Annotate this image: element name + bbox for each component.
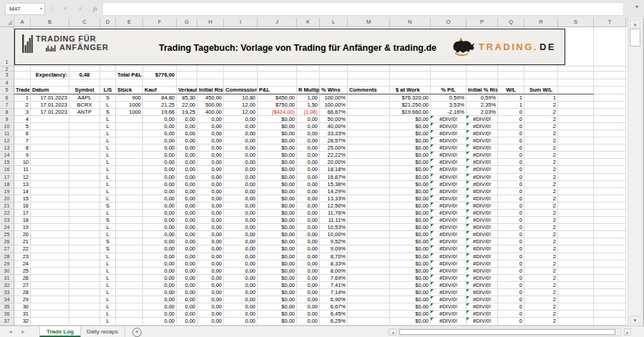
cell[interactable]: [31, 202, 69, 210]
cell[interactable]: S: [100, 245, 116, 253]
cell[interactable]: 0: [498, 296, 525, 303]
cell[interactable]: 30: [14, 303, 31, 311]
cell[interactable]: 450,00: [197, 94, 224, 102]
cell[interactable]: [348, 152, 390, 159]
column-header-L[interactable]: L: [320, 18, 348, 27]
next-sheet-arrow-icon[interactable]: ►: [21, 326, 26, 337]
cell[interactable]: L: [100, 311, 116, 318]
cell[interactable]: [69, 210, 100, 217]
cell[interactable]: 0,00: [143, 195, 177, 202]
cell[interactable]: [594, 109, 626, 116]
cell[interactable]: L: [100, 224, 116, 231]
cell[interactable]: [258, 79, 297, 87]
cell[interactable]: BCRX: [69, 102, 100, 109]
cell[interactable]: $0,00: [390, 268, 431, 275]
cell[interactable]: 1: [498, 94, 525, 102]
row-number[interactable]: 1: [0, 27, 14, 67]
cell[interactable]: $0,00: [390, 318, 431, 325]
cell[interactable]: 0,00: [197, 275, 224, 282]
table-column-header[interactable]: Comments: [348, 87, 390, 94]
cell[interactable]: 2: [525, 137, 558, 145]
cell[interactable]: 0,00: [297, 268, 320, 275]
cell[interactable]: 0,00: [224, 166, 258, 173]
cell[interactable]: 0: [498, 282, 525, 289]
cell[interactable]: 33,33%: [320, 130, 348, 137]
cell[interactable]: [116, 318, 143, 325]
cell[interactable]: 0: [498, 245, 525, 253]
cell[interactable]: [116, 202, 143, 210]
cell[interactable]: [69, 195, 100, 202]
cell[interactable]: [348, 245, 390, 253]
cell[interactable]: 0,00: [224, 260, 258, 268]
row-number[interactable]: 22: [0, 210, 14, 217]
cell[interactable]: L: [100, 210, 116, 217]
column-header-C[interactable]: C: [69, 18, 100, 27]
cell[interactable]: [100, 67, 116, 72]
cell[interactable]: 0,00: [197, 245, 224, 253]
cell[interactable]: 50,00%: [320, 116, 348, 123]
cell[interactable]: L: [100, 268, 116, 275]
cell[interactable]: 0,00: [143, 245, 177, 253]
cell[interactable]: 0,00: [197, 181, 224, 188]
cell[interactable]: 11,76%: [320, 210, 348, 217]
cell[interactable]: 2: [525, 181, 558, 188]
cell[interactable]: 0: [498, 217, 525, 224]
cell[interactable]: 2: [525, 109, 558, 116]
cell[interactable]: 0,00: [177, 217, 197, 224]
cell[interactable]: 0,00: [177, 245, 197, 253]
cell[interactable]: 0,00: [143, 275, 177, 282]
cell[interactable]: $0,00: [390, 224, 431, 231]
cell[interactable]: 0: [498, 275, 525, 282]
cell[interactable]: [116, 123, 143, 130]
cell[interactable]: 0,00: [224, 210, 258, 217]
cell[interactable]: 7,41%: [320, 282, 348, 289]
row-number[interactable]: 6: [0, 94, 14, 102]
cell[interactable]: [116, 282, 143, 289]
cell[interactable]: #DIV/0!: [467, 253, 498, 260]
cell[interactable]: 0,00: [297, 282, 320, 289]
cell[interactable]: #DIV/0!: [431, 202, 467, 210]
cell[interactable]: #DIV/0!: [467, 275, 498, 282]
cell[interactable]: 100,00%: [320, 102, 348, 109]
cell[interactable]: [69, 181, 100, 188]
cell[interactable]: [320, 67, 348, 72]
cell[interactable]: S: [100, 109, 116, 116]
cell[interactable]: [558, 137, 594, 145]
cell[interactable]: [143, 67, 177, 72]
cell[interactable]: 0,00: [297, 181, 320, 188]
cell[interactable]: [348, 202, 390, 210]
cell[interactable]: [348, 67, 390, 72]
column-header-J[interactable]: J: [258, 18, 297, 27]
cell[interactable]: [594, 245, 626, 253]
cell[interactable]: 2: [525, 268, 558, 275]
cell[interactable]: $0,00: [390, 116, 431, 123]
cell[interactable]: 0: [498, 123, 525, 130]
cell[interactable]: [558, 245, 594, 253]
cell[interactable]: #DIV/0!: [467, 202, 498, 210]
cell[interactable]: 0,00: [224, 253, 258, 260]
cell[interactable]: L: [100, 137, 116, 145]
cell[interactable]: 21,25: [143, 102, 177, 109]
row-number[interactable]: 7: [0, 102, 14, 109]
cell[interactable]: [348, 188, 390, 195]
horizontal-scrollbar-thumb[interactable]: [399, 329, 615, 335]
cell[interactable]: #DIV/0!: [431, 245, 467, 253]
cell[interactable]: [594, 303, 626, 311]
cell[interactable]: [31, 79, 69, 87]
cell[interactable]: 0,00: [197, 174, 224, 181]
cell[interactable]: 10,53%: [320, 224, 348, 231]
cell[interactable]: 1000: [116, 109, 143, 116]
table-column-header[interactable]: Initial Risk: [197, 87, 224, 94]
cell[interactable]: $0,00: [390, 210, 431, 217]
cell[interactable]: 0,00: [143, 181, 177, 188]
cell[interactable]: 0,00: [224, 311, 258, 318]
tab-trade-log[interactable]: Trade Log: [39, 326, 81, 337]
cell[interactable]: 2: [525, 174, 558, 181]
cell[interactable]: 0,00: [143, 159, 177, 166]
cell[interactable]: 500,00: [197, 102, 224, 109]
namebox-splitter[interactable]: ⋮: [49, 4, 56, 11]
row-number[interactable]: 29: [0, 260, 14, 268]
cell[interactable]: [31, 116, 69, 123]
cell[interactable]: [348, 72, 390, 79]
cell[interactable]: 0,00: [143, 311, 177, 318]
